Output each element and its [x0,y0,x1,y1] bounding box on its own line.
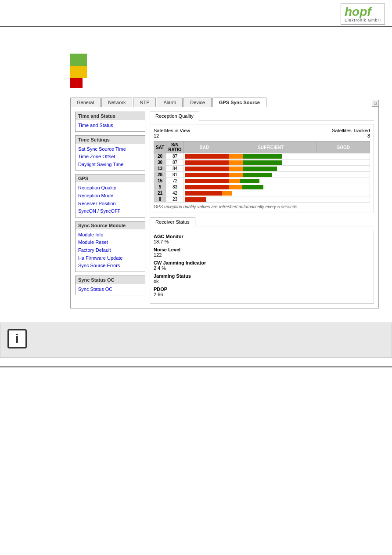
status-item: AGC Monitor 18.7 % [154,234,370,244]
bar-bad [185,173,229,177]
satellites-tracked-value: 8 [367,133,370,138]
bar-good [242,185,263,189]
sidebar-link-module-info[interactable]: Module Info [78,231,142,239]
sub-tab-receiver-status[interactable]: Receiver Status [150,218,195,226]
logo-text: hopf [345,6,381,18]
snr-value: 42 [166,190,183,196]
snr-value: 87 [166,153,183,160]
sidebar-link-reception-mode[interactable]: Reception Mode [78,192,142,200]
satellites-in-view-label: Satellites in View [154,128,190,133]
main-content: General Network NTP Alarm Device GPS Syn… [0,98,392,317]
bar-sufficient [229,179,240,183]
status-item-value: 2.66 [154,292,370,297]
sat-number: 20 [154,153,166,160]
tab-content-gps: Time and Status Time and Status Time Set… [70,107,379,308]
reception-quality-sub-tabs: Reception Quality [150,112,374,120]
bar-good [240,179,259,183]
bar-bad [185,197,206,202]
page-header: hopf Elektronik GmbH [0,0,392,27]
status-item-value: 2.4 % [154,265,370,271]
logo-sub: Elektronik GmbH [345,18,381,22]
signal-bar [183,196,370,203]
signal-table: SAT S/N RATIO BAD SUFFICIENT GOOD 20 87 [154,141,370,203]
tab-ntp[interactable]: NTP [133,98,156,107]
sidebar-link-time-and-status[interactable]: Time and Status [78,122,142,130]
status-item: CW Jamming Indicator 2.4 % [154,260,370,271]
bar-bad [185,185,229,189]
status-item-label: Noise Level [154,247,370,252]
sidebar-links-sync-status-oc: Sync Status OC [76,284,145,295]
sidebar-link-sync-status-oc[interactable]: Sync Status OC [78,286,142,294]
tab-network[interactable]: Network [101,98,132,107]
status-item: PDOP 2.66 [154,287,370,297]
status-item-value: 122 [154,252,370,258]
info-icon-letter: i [15,332,19,346]
satellites-in-view: Satellites in View 12 [154,128,190,138]
status-item-label: CW Jamming Indicator [154,260,370,265]
info-icon: i [7,329,27,348]
table-row: 5 83 [154,184,370,190]
bar-good [243,173,272,177]
maximize-button[interactable]: □ [372,100,379,107]
sidebar-link-module-reset[interactable]: Module Reset [78,239,142,247]
table-row: 15 72 [154,178,370,184]
sat-number: 28 [154,172,166,178]
bar-sufficient [222,191,232,196]
signal-bar [183,160,370,166]
sidebar-link-sync-source-errors[interactable]: Sync Source Errors [78,262,142,270]
tab-device[interactable]: Device [183,98,212,107]
status-item-value: ok [154,279,370,284]
sidebar-section-time-settings: Time Settings Sat Sync Source Time Time … [75,135,145,171]
tab-general[interactable]: General [70,98,101,107]
signal-bar [183,178,370,184]
bottom-border [0,366,392,367]
sidebar-link-syncon-syncoff[interactable]: SyncON / SyncOFF [78,207,142,215]
status-item-label: PDOP [154,287,370,292]
table-row: 13 84 [154,166,370,172]
sidebar-link-factory-default[interactable]: Factory Default [78,247,142,254]
table-row: 20 87 [154,153,370,160]
receiver-status-panel: AGC Monitor 18.7 % Noise Level 122 CW Ja… [150,230,374,304]
sidebar-link-time-zone-offset[interactable]: Time Zone Offset [78,153,142,161]
logo-container: hopf Elektronik GmbH [341,4,385,25]
sidebar-link-reception-quality[interactable]: Reception Quality [78,184,142,192]
sidebar-link-receiver-position[interactable]: Receiver Position [78,200,142,208]
indicators-area [0,27,392,98]
sidebar-link-sat-sync-source-time[interactable]: Sat Sync Source Time [78,145,142,153]
sidebar-section-title-sync-status-oc: Sync Status OC [76,276,145,284]
signal-bar [183,190,370,196]
status-item: Jamming Status ok [154,273,370,284]
sidebar-link-daylight-saving-time[interactable]: Daylight Saving Time [78,161,142,169]
receiver-status-items: AGC Monitor 18.7 % Noise Level 122 CW Ja… [154,234,370,297]
info-box: i [0,323,392,358]
left-sidebar: Time and Status Time and Status Time Set… [75,112,145,304]
snr-value: 72 [166,178,183,184]
sidebar-links-sync-source-module: Module Info Module Reset Factory Default… [76,229,145,272]
status-item-label: Jamming Status [154,273,370,279]
sub-tab-reception-quality[interactable]: Reception Quality [150,112,199,120]
sidebar-link-ha-firmware-update[interactable]: Ha Firmware Update [78,254,142,262]
snr-value: 87 [166,160,183,166]
tab-alarm[interactable]: Alarm [157,98,183,107]
main-tabs-bar: General Network NTP Alarm Device GPS Syn… [70,98,379,107]
sat-info-row: Satellites in View 12 Satellites Tracked… [154,128,370,138]
bar-sufficient [229,160,243,165]
sidebar-section-title-time-settings: Time Settings [76,136,145,144]
snr-value: 84 [166,166,183,172]
col-header-bad: BAD [183,141,225,153]
tab-gps-sync-source[interactable]: GPS Sync Source [212,98,266,107]
red-indicator [70,78,83,88]
sat-number: 21 [154,190,166,196]
bar-bad [185,191,222,196]
sat-number: 13 [154,166,166,172]
signal-bar [183,184,370,190]
sidebar-links-time-status: Time and Status [76,120,145,131]
sidebar-links-gps: Reception Quality Reception Mode Receive… [76,182,145,217]
col-header-snr: S/N RATIO [166,141,183,153]
status-item: Noise Level 122 [154,247,370,258]
col-header-sat: SAT [154,141,166,153]
bar-good [243,154,282,159]
bar-good [243,167,277,171]
bar-sufficient [229,167,243,171]
bar-sufficient [229,185,242,189]
